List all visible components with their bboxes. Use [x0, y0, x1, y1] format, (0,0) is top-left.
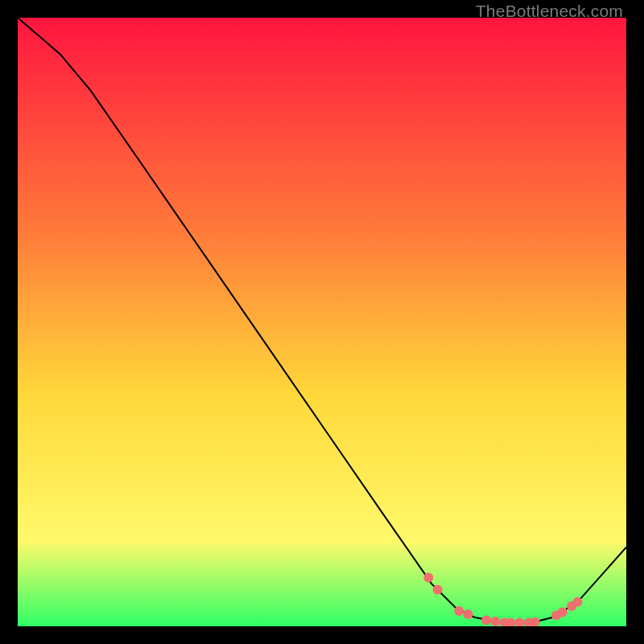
chart-frame — [18, 18, 626, 626]
marker-point — [454, 606, 464, 616]
marker-point — [491, 617, 501, 626]
marker-point — [433, 585, 443, 595]
bottleneck-chart — [18, 18, 626, 626]
marker-point — [423, 573, 433, 583]
marker-point — [573, 597, 583, 607]
gradient-background — [18, 18, 626, 626]
marker-point — [481, 615, 491, 625]
marker-point — [558, 608, 568, 617]
marker-point — [463, 609, 473, 619]
watermark-text: TheBottleneck.com — [476, 2, 623, 21]
